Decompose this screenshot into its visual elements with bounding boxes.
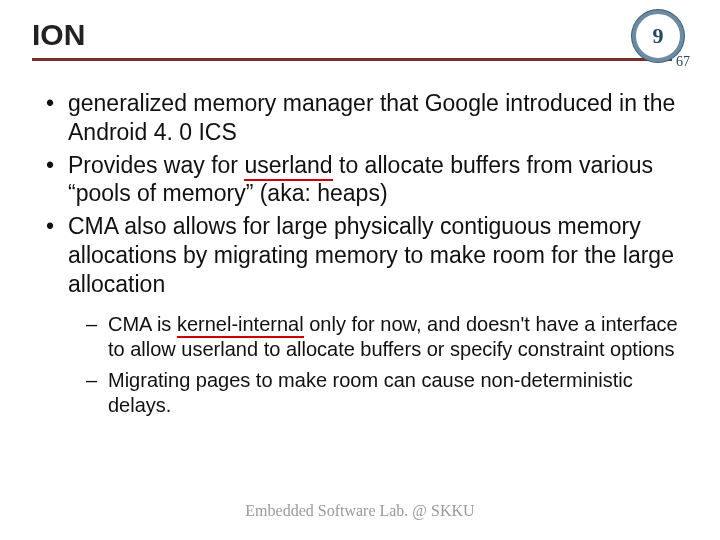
- bullet-text: CMA also allows for large physically con…: [68, 212, 680, 298]
- bullet-dot-icon: •: [46, 89, 68, 147]
- sub-bullet-list: – CMA is kernel-internal only for now, a…: [46, 302, 680, 418]
- text-segment: Provides way for: [68, 152, 244, 178]
- bullet-dot-icon: •: [46, 151, 68, 209]
- text-segment: CMA also allows for large physically con…: [68, 213, 674, 297]
- page-total: 67: [676, 54, 690, 70]
- header-divider: [32, 58, 672, 61]
- slide-content: • generalized memory manager that Google…: [0, 61, 720, 418]
- slide-header: ION 9 67: [0, 0, 720, 61]
- slide: ION 9 67 • generalized memory manager th…: [0, 0, 720, 540]
- bullet-text: Provides way for userland to allocate bu…: [68, 151, 680, 209]
- bullet-dot-icon: •: [46, 212, 68, 298]
- underlined-term: userland: [244, 152, 332, 181]
- sub-bullet-text: Migrating pages to make room can cause n…: [108, 368, 680, 418]
- sub-bullet-text: CMA is kernel-internal only for now, and…: [108, 312, 680, 362]
- text-segment: CMA is: [108, 313, 177, 335]
- bullet-item: • generalized memory manager that Google…: [46, 89, 680, 147]
- sub-bullet-item: – Migrating pages to make room can cause…: [86, 368, 680, 418]
- text-segment: Migrating pages to make room can cause n…: [108, 369, 633, 416]
- bullet-text: generalized memory manager that Google i…: [68, 89, 680, 147]
- dash-icon: –: [86, 312, 108, 362]
- bullet-item: • Provides way for userland to allocate …: [46, 151, 680, 209]
- underlined-term: kernel-internal: [177, 313, 304, 338]
- text-segment: generalized memory manager that Google i…: [68, 90, 675, 145]
- bullet-item: • CMA also allows for large physically c…: [46, 212, 680, 298]
- dash-icon: –: [86, 368, 108, 418]
- slide-footer: Embedded Software Lab. @ SKKU: [0, 502, 720, 520]
- page-badge: 9 67: [632, 10, 684, 62]
- sub-bullet-item: – CMA is kernel-internal only for now, a…: [86, 312, 680, 362]
- slide-title: ION: [32, 18, 688, 52]
